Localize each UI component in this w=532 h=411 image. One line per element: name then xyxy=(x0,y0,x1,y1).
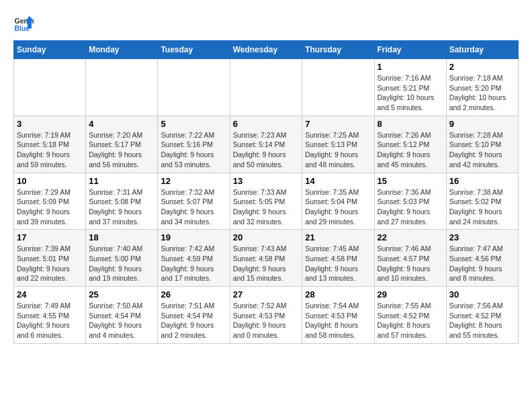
calendar-cell: 29Sunrise: 7:55 AM Sunset: 4:52 PM Dayli… xyxy=(374,287,446,344)
calendar-cell: 25Sunrise: 7:50 AM Sunset: 4:54 PM Dayli… xyxy=(86,287,158,344)
week-row-0: 1Sunrise: 7:16 AM Sunset: 5:21 PM Daylig… xyxy=(14,59,519,116)
day-info: Sunrise: 7:42 AM Sunset: 4:59 PM Dayligh… xyxy=(161,244,226,283)
day-info: Sunrise: 7:56 AM Sunset: 4:52 PM Dayligh… xyxy=(449,301,515,340)
day-info: Sunrise: 7:46 AM Sunset: 4:57 PM Dayligh… xyxy=(378,244,443,283)
logo-icon: General Blue xyxy=(13,13,34,34)
col-tuesday: Tuesday xyxy=(158,41,230,59)
header-row: Sunday Monday Tuesday Wednesday Thursday… xyxy=(14,41,519,59)
calendar-cell: 19Sunrise: 7:42 AM Sunset: 4:59 PM Dayli… xyxy=(158,230,230,287)
day-info: Sunrise: 7:16 AM Sunset: 5:21 PM Dayligh… xyxy=(378,73,443,113)
day-info: Sunrise: 7:19 AM Sunset: 5:18 PM Dayligh… xyxy=(17,130,83,170)
day-info: Sunrise: 7:50 AM Sunset: 4:54 PM Dayligh… xyxy=(89,301,154,340)
day-info: Sunrise: 7:33 AM Sunset: 5:05 PM Dayligh… xyxy=(233,187,300,227)
calendar-cell: 2Sunrise: 7:18 AM Sunset: 5:20 PM Daylig… xyxy=(446,59,518,116)
day-number: 21 xyxy=(305,232,371,242)
day-number: 28 xyxy=(305,289,371,300)
calendar-cell xyxy=(302,59,374,116)
day-number: 16 xyxy=(449,176,515,186)
calendar-cell: 14Sunrise: 7:35 AM Sunset: 5:04 PM Dayli… xyxy=(302,173,374,230)
day-number: 19 xyxy=(161,232,226,242)
day-number: 23 xyxy=(449,232,515,242)
day-number: 17 xyxy=(17,232,83,242)
calendar-cell: 24Sunrise: 7:49 AM Sunset: 4:55 PM Dayli… xyxy=(14,287,86,344)
day-number: 13 xyxy=(233,176,300,186)
calendar-cell: 9Sunrise: 7:28 AM Sunset: 5:10 PM Daylig… xyxy=(446,116,518,173)
day-number: 5 xyxy=(161,119,226,129)
day-number: 8 xyxy=(378,119,443,129)
day-info: Sunrise: 7:39 AM Sunset: 5:01 PM Dayligh… xyxy=(17,244,83,283)
col-saturday: Saturday xyxy=(446,41,518,59)
day-number: 18 xyxy=(89,232,154,242)
calendar-cell: 30Sunrise: 7:56 AM Sunset: 4:52 PM Dayli… xyxy=(446,287,518,344)
day-number: 27 xyxy=(233,289,300,300)
day-info: Sunrise: 7:32 AM Sunset: 5:07 PM Dayligh… xyxy=(161,187,226,227)
day-info: Sunrise: 7:28 AM Sunset: 5:10 PM Dayligh… xyxy=(449,130,515,170)
day-number: 25 xyxy=(89,289,154,300)
calendar-cell: 26Sunrise: 7:51 AM Sunset: 4:54 PM Dayli… xyxy=(158,287,230,344)
calendar-cell: 18Sunrise: 7:40 AM Sunset: 5:00 PM Dayli… xyxy=(86,230,158,287)
calendar-cell: 17Sunrise: 7:39 AM Sunset: 5:01 PM Dayli… xyxy=(14,230,86,287)
calendar-cell: 4Sunrise: 7:20 AM Sunset: 5:17 PM Daylig… xyxy=(86,116,158,173)
header: General Blue xyxy=(13,13,519,34)
week-row-1: 3Sunrise: 7:19 AM Sunset: 5:18 PM Daylig… xyxy=(14,116,519,173)
day-info: Sunrise: 7:47 AM Sunset: 4:56 PM Dayligh… xyxy=(449,244,515,283)
day-info: Sunrise: 7:35 AM Sunset: 5:04 PM Dayligh… xyxy=(305,187,371,227)
week-row-2: 10Sunrise: 7:29 AM Sunset: 5:09 PM Dayli… xyxy=(14,173,519,230)
col-wednesday: Wednesday xyxy=(230,41,302,59)
calendar-cell: 27Sunrise: 7:52 AM Sunset: 4:53 PM Dayli… xyxy=(230,287,302,344)
col-thursday: Thursday xyxy=(302,41,374,59)
day-info: Sunrise: 7:45 AM Sunset: 4:58 PM Dayligh… xyxy=(305,244,371,283)
week-row-4: 24Sunrise: 7:49 AM Sunset: 4:55 PM Dayli… xyxy=(14,287,519,344)
day-info: Sunrise: 7:40 AM Sunset: 5:00 PM Dayligh… xyxy=(89,244,154,283)
day-number: 4 xyxy=(89,119,154,129)
day-info: Sunrise: 7:36 AM Sunset: 5:03 PM Dayligh… xyxy=(378,187,443,227)
day-number: 3 xyxy=(17,119,83,129)
calendar-cell: 7Sunrise: 7:25 AM Sunset: 5:13 PM Daylig… xyxy=(302,116,374,173)
calendar-cell: 1Sunrise: 7:16 AM Sunset: 5:21 PM Daylig… xyxy=(374,59,446,116)
calendar-cell: 20Sunrise: 7:43 AM Sunset: 4:58 PM Dayli… xyxy=(230,230,302,287)
day-info: Sunrise: 7:18 AM Sunset: 5:20 PM Dayligh… xyxy=(449,73,515,113)
calendar-cell: 12Sunrise: 7:32 AM Sunset: 5:07 PM Dayli… xyxy=(158,173,230,230)
week-row-3: 17Sunrise: 7:39 AM Sunset: 5:01 PM Dayli… xyxy=(14,230,519,287)
day-number: 22 xyxy=(378,232,443,242)
day-info: Sunrise: 7:51 AM Sunset: 4:54 PM Dayligh… xyxy=(161,301,226,340)
calendar-cell: 10Sunrise: 7:29 AM Sunset: 5:09 PM Dayli… xyxy=(14,173,86,230)
col-sunday: Sunday xyxy=(14,41,86,59)
calendar-cell: 15Sunrise: 7:36 AM Sunset: 5:03 PM Dayli… xyxy=(374,173,446,230)
calendar-cell: 5Sunrise: 7:22 AM Sunset: 5:16 PM Daylig… xyxy=(158,116,230,173)
day-number: 26 xyxy=(161,289,226,300)
day-number: 12 xyxy=(161,176,226,186)
day-number: 11 xyxy=(89,176,154,186)
day-info: Sunrise: 7:29 AM Sunset: 5:09 PM Dayligh… xyxy=(17,187,83,227)
day-info: Sunrise: 7:25 AM Sunset: 5:13 PM Dayligh… xyxy=(305,130,371,170)
calendar-cell: 8Sunrise: 7:26 AM Sunset: 5:12 PM Daylig… xyxy=(374,116,446,173)
calendar-cell: 22Sunrise: 7:46 AM Sunset: 4:57 PM Dayli… xyxy=(374,230,446,287)
calendar-table: Sunday Monday Tuesday Wednesday Thursday… xyxy=(13,40,519,344)
calendar-cell xyxy=(14,59,86,116)
day-number: 14 xyxy=(305,176,371,186)
calendar-cell: 13Sunrise: 7:33 AM Sunset: 5:05 PM Dayli… xyxy=(230,173,302,230)
calendar-cell xyxy=(158,59,230,116)
col-friday: Friday xyxy=(374,41,446,59)
day-info: Sunrise: 7:26 AM Sunset: 5:12 PM Dayligh… xyxy=(378,130,443,170)
day-info: Sunrise: 7:20 AM Sunset: 5:17 PM Dayligh… xyxy=(89,130,154,170)
calendar-cell: 11Sunrise: 7:31 AM Sunset: 5:08 PM Dayli… xyxy=(86,173,158,230)
day-number: 30 xyxy=(449,289,515,300)
day-info: Sunrise: 7:54 AM Sunset: 4:53 PM Dayligh… xyxy=(305,301,371,340)
day-info: Sunrise: 7:49 AM Sunset: 4:55 PM Dayligh… xyxy=(17,301,83,340)
calendar-cell: 21Sunrise: 7:45 AM Sunset: 4:58 PM Dayli… xyxy=(302,230,374,287)
day-number: 9 xyxy=(449,119,515,129)
calendar-cell xyxy=(86,59,158,116)
col-monday: Monday xyxy=(86,41,158,59)
day-number: 6 xyxy=(233,119,300,129)
calendar-cell: 28Sunrise: 7:54 AM Sunset: 4:53 PM Dayli… xyxy=(302,287,374,344)
day-number: 20 xyxy=(233,232,300,242)
calendar-cell: 6Sunrise: 7:23 AM Sunset: 5:14 PM Daylig… xyxy=(230,116,302,173)
calendar-cell: 23Sunrise: 7:47 AM Sunset: 4:56 PM Dayli… xyxy=(446,230,518,287)
day-info: Sunrise: 7:23 AM Sunset: 5:14 PM Dayligh… xyxy=(233,130,300,170)
svg-text:Blue: Blue xyxy=(15,24,30,32)
day-number: 1 xyxy=(378,62,443,72)
day-number: 15 xyxy=(378,176,443,186)
logo: General Blue xyxy=(13,13,34,34)
day-info: Sunrise: 7:55 AM Sunset: 4:52 PM Dayligh… xyxy=(378,301,443,340)
